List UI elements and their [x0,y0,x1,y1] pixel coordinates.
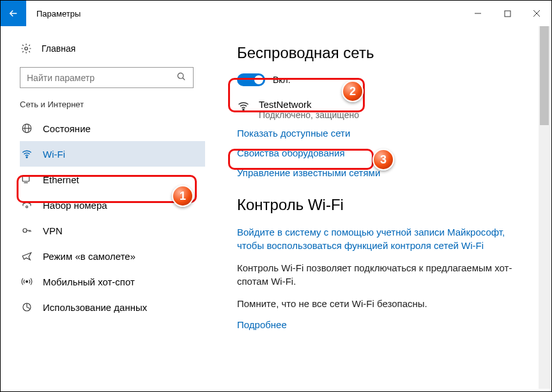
svg-point-13 [26,281,28,283]
main-content: Беспроводная сеть Вкл. TestNetwork Подкл… [205,26,551,391]
gear-icon [20,43,33,54]
wifi-toggle[interactable] [237,73,265,86]
ethernet-icon [20,174,34,185]
nav-label: Мобильный хот-спот [43,276,135,287]
nav-label: VPN [43,225,63,236]
nav-label: Состояние [43,123,91,134]
search-input-container[interactable] [20,67,194,88]
svg-point-15 [243,109,244,110]
svg-rect-1 [505,11,510,17]
svg-point-8 [26,156,27,158]
nav-item-airplane[interactable]: Режим «в самолете» [20,243,205,269]
close-button[interactable] [522,1,551,26]
data-usage-icon [20,301,34,313]
back-button[interactable] [1,1,26,26]
minimize-button[interactable] [463,1,493,26]
wifi-toggle-label: Вкл. [273,75,291,85]
maximize-button[interactable] [493,1,522,26]
nav-item-ethernet[interactable]: Ethernet [20,167,205,192]
nav-item-dialup[interactable]: Набор номера [20,192,205,218]
nav-label: Режим «в самолете» [43,251,135,262]
link-known-networks[interactable]: Управление известными сетями [237,167,532,178]
globe-icon [20,123,34,134]
sidebar: Главная Сеть и Интернет Состояние Wi-Fi … [1,26,205,391]
link-hardware-properties[interactable]: Свойства оборудования [237,147,532,158]
wifi-icon [20,148,34,160]
wifi-control-description: Контроль Wi-Fi позволяет подключаться к … [237,261,532,288]
section-wireless-title: Беспроводная сеть [237,44,532,62]
network-status: Подключено, защищено [259,110,359,120]
wifi-toggle-row: Вкл. [237,73,532,86]
nav-item-vpn[interactable]: VPN [20,218,205,243]
svg-line-4 [183,78,185,80]
home-label: Главная [42,43,75,54]
vpn-icon [20,225,34,236]
link-learn-more[interactable]: Подробнее [237,319,532,330]
section-wifi-control-title: Контроль Wi-Fi [237,196,532,214]
back-arrow-icon [8,8,19,19]
link-signin-microsoft[interactable]: Войдите в систему с помощью учетной запи… [237,225,532,252]
airplane-icon [20,250,34,262]
nav-label: Ethernet [43,174,79,185]
wifi-security-note: Помните, что не все сети Wi-Fi безопасны… [237,297,532,310]
nav-item-datausage[interactable]: Использование данных [20,294,205,320]
scrollbar[interactable] [539,26,550,389]
nav-label: Использование данных [43,302,147,313]
nav-item-wifi[interactable]: Wi-Fi [20,141,205,167]
nav-item-status[interactable]: Состояние [20,116,205,141]
window-controls [463,1,551,26]
category-label: Сеть и Интернет [20,100,205,109]
scrollbar-thumb[interactable] [540,26,549,125]
link-show-networks[interactable]: Показать доступные сети [237,128,532,139]
nav-label: Набор номера [43,200,107,211]
current-network[interactable]: TestNetwork Подключено, защищено [237,99,532,120]
wifi-network-icon [237,99,250,120]
nav-item-hotspot[interactable]: Мобильный хот-спот [20,269,205,294]
nav-label: Wi-Fi [43,149,65,160]
hotspot-icon [20,276,34,287]
titlebar: Параметры [1,1,551,26]
network-name: TestNetwork [259,99,359,110]
svg-point-12 [23,229,27,232]
home-link[interactable]: Главная [20,39,205,58]
dialup-icon [20,199,34,211]
svg-point-3 [178,73,183,79]
svg-point-11 [26,206,28,208]
search-input[interactable] [27,73,176,83]
svg-point-2 [25,47,28,50]
svg-rect-9 [22,176,29,181]
window-title: Параметры [36,9,80,19]
search-icon [176,72,187,84]
toggle-knob [254,75,263,84]
